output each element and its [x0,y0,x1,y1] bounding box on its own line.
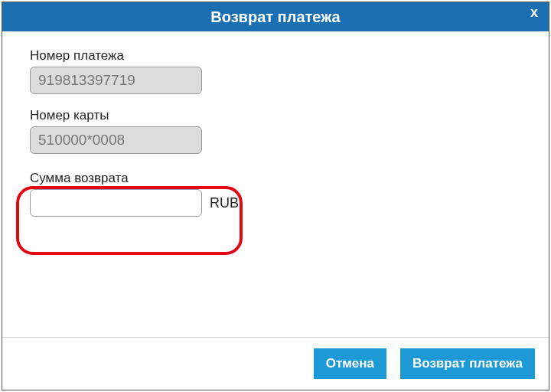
card-number-label: Номер карты [30,108,521,123]
refund-amount-label: Сумма возврата [30,171,521,186]
close-icon[interactable]: x [530,5,538,19]
refund-amount-row: RUB [30,189,521,217]
payment-number-label: Номер платежа [30,48,521,64]
cancel-button[interactable]: Отмена [314,348,386,379]
dialog-footer: Отмена Возврат платежа [2,337,549,390]
submit-refund-button[interactable]: Возврат платежа [400,348,535,379]
refund-dialog: Возврат платежа x Номер платежа Номер ка… [2,2,549,390]
dialog-title: Возврат платежа [210,8,340,26]
payment-number-input [30,67,202,94]
currency-label: RUB [210,195,239,211]
refund-amount-input[interactable] [30,189,202,217]
card-number-input [30,126,202,154]
dialog-body: Номер платежа Номер карты Сумма возврата… [2,31,549,337]
card-number-field: Номер карты [30,108,521,154]
refund-amount-field: Сумма возврата RUB [30,171,521,217]
dialog-titlebar: Возврат платежа x [2,2,549,31]
payment-number-field: Номер платежа [30,48,521,94]
